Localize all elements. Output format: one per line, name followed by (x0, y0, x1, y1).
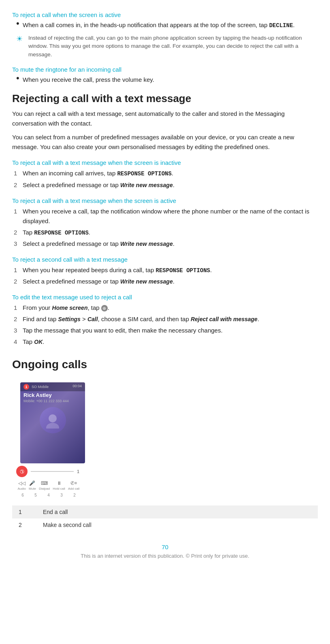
step-num-1d: 1 (14, 303, 23, 313)
legend-table: 1 End a call 2 Make a second call (12, 505, 318, 531)
hold-icon: ⏸ (57, 480, 62, 486)
step3b-text: Select a predefined message or tap Write… (23, 239, 318, 249)
reject-screen-active-section: To reject a call with a text message whe… (12, 197, 318, 249)
addcall-icon: ✆+ (70, 480, 77, 486)
icon-num-6: 6 (21, 493, 24, 497)
step1c-text: When you hear repeated beeps during a ca… (23, 265, 318, 275)
icon-num-4: 4 (47, 493, 50, 497)
step-num-2b: 2 (14, 228, 23, 237)
step2c-text: Select a predefined message or tap Write… (23, 277, 318, 286)
addcall-icon-item[interactable]: ✆+ Add call (68, 480, 79, 490)
reject-active-section: To reject a call when the screen is acti… (12, 11, 318, 59)
step-num-1: 1 (14, 168, 23, 178)
tip-text: Instead of rejecting the call, you can g… (28, 34, 318, 59)
tip-icon: ☀ (16, 34, 25, 59)
rejecting-section: Rejecting a call with a text message You… (12, 92, 318, 152)
mute-ringtone-text: When you receive the call, press the vol… (23, 75, 318, 85)
legend-num-1: 1 (12, 505, 36, 518)
step-num-1b: 1 (14, 207, 23, 226)
volume-slider[interactable] (31, 471, 74, 472)
bullet-dot-2: • (16, 74, 23, 85)
reject-screen-active-heading: To reject a call with a text message whe… (12, 197, 318, 204)
reject-active-pre: When a call comes in, in the heads-up no… (23, 21, 268, 28)
reject-active-heading: To reject a call when the screen is acti… (12, 11, 318, 18)
reject-inactive-step2: 2 Select a predefined message or tap Wri… (14, 180, 318, 190)
edit-text-step2: 2 Find and tap Settings > Call, choose a… (14, 314, 318, 324)
reject-inactive-section: To reject a call with a text message whe… (12, 159, 318, 190)
step-num-2c: 2 (14, 277, 23, 286)
step1-text: When an incoming call arrives, tap RESPO… (23, 168, 318, 178)
call-icons-row: ◁◁ Audio 🎤 Mute ⌨ Dialpad ⏸ Hold call ✆+ (16, 480, 81, 490)
dialpad-label: Dialpad (39, 487, 50, 490)
step-num-2: 2 (14, 180, 23, 190)
step-num-4d: 4 (14, 337, 23, 347)
mute-icon-item[interactable]: 🎤 Mute (29, 480, 36, 490)
audio-icon-item[interactable]: ◁◁ Audio (18, 480, 26, 490)
hold-label: Hold call (53, 487, 65, 490)
icon-numbers-row: 6 5 4 3 2 (16, 492, 81, 497)
reject-active-text: When a call comes in, in the heads-up no… (23, 21, 318, 30)
legend-row-1: 1 End a call (12, 505, 318, 518)
ongoing-calls-section: Ongoing calls 1 SO Mobile Rick Astley Mo… (12, 358, 318, 531)
page-number: 70 (12, 544, 318, 550)
controls-area: ✆ 1 ◁◁ Audio 🎤 Mute ⌨ Dialpad (16, 466, 81, 499)
caller-mobile: Mobile: +00 11 222 333 444 (20, 399, 85, 403)
edit-text-section: To edit the text message used to reject … (12, 294, 318, 347)
edit-text-step1: 1 From your Home screen, tap ⊕. (14, 303, 318, 313)
edit-text-step3: 3 Tap the message that you want to edit,… (14, 326, 318, 335)
reject-inactive-step1: 1 When an incoming call arrives, tap RES… (14, 168, 318, 178)
end-call-row: ✆ 1 (16, 466, 81, 477)
edit-text-heading: To edit the text message used to reject … (12, 294, 318, 301)
call-label: Call (87, 316, 98, 322)
call-badge: 1 (23, 384, 29, 390)
step-num-1c: 1 (14, 265, 23, 275)
step1b-text: When you receive a call, tap the notific… (23, 207, 318, 226)
footer-text: This is an internet version of this publ… (12, 553, 318, 559)
tip-box: ☀ Instead of rejecting the call, you can… (16, 34, 318, 59)
reject-screen-active-step2: 2 Tap RESPONSE OPTIONS. (14, 228, 318, 237)
icon-num-2: 2 (73, 493, 76, 497)
edit-text-step4: 4 Tap OK. (14, 337, 318, 347)
reject-second-section: To reject a second call with a text mess… (12, 256, 318, 286)
dialpad-icon-item[interactable]: ⌨ Dialpad (39, 480, 50, 490)
end-call-button[interactable]: ✆ (16, 466, 28, 477)
response-options-2: RESPONSE OPTIONS (34, 230, 88, 236)
audio-label: Audio (18, 487, 26, 490)
phone-end-icon: ✆ (18, 468, 26, 475)
legend-desc-2: Make a second call (36, 518, 318, 531)
response-options-1: RESPONSE OPTIONS (117, 171, 171, 177)
mute-ringtone-section: To mute the ringtone for an incoming cal… (12, 66, 318, 85)
svg-point-0 (49, 414, 57, 422)
reject-second-step2: 2 Select a predefined message or tap Wri… (14, 277, 318, 286)
rejecting-heading: Rejecting a call with a text message (12, 92, 318, 105)
caller-name: Rick Astley (20, 391, 85, 399)
mute-label: Mute (29, 487, 36, 490)
write-new-2: Write new message (120, 241, 173, 247)
avatar-area (20, 407, 85, 433)
legend-desc-1: End a call (36, 505, 318, 518)
settings-label: Settings (58, 316, 81, 322)
reject-active-bullet: • When a call comes in, in the heads-up … (16, 21, 318, 30)
audio-icon: ◁◁ (18, 480, 26, 486)
legend-num-2: 2 (12, 518, 36, 531)
ongoing-heading: Ongoing calls (12, 358, 318, 371)
legend-row-2: 2 Make a second call (12, 518, 318, 531)
step-num-2d: 2 (14, 314, 23, 324)
write-new-1: Write new message (120, 182, 173, 188)
step2d-text: Find and tap Settings > Call, choose a S… (23, 314, 318, 324)
response-options-3: RESPONSE OPTIONS (156, 267, 210, 274)
rejecting-para1: You can reject a call with a text messag… (12, 109, 318, 128)
ok-label: OK (34, 339, 43, 345)
hold-icon-item[interactable]: ⏸ Hold call (53, 480, 65, 490)
step2-text: Select a predefined message or tap Write… (23, 180, 318, 190)
step4d-text: Tap OK. (23, 337, 318, 347)
svg-point-1 (46, 423, 59, 429)
page-footer: 70 This is an internet version of this p… (12, 544, 318, 559)
reject-inactive-heading: To reject a call with a text message whe… (12, 159, 318, 166)
reject-screen-active-step3: 3 Select a predefined message or tap Wri… (14, 239, 318, 249)
icon-num-3: 3 (60, 493, 63, 497)
reject-screen-active-step1: 1 When you receive a call, tap the notif… (14, 207, 318, 226)
call-timer: 00:04 (72, 384, 82, 388)
bullet-dot-1: • (16, 19, 23, 30)
phone-screenshot: 1 SO Mobile Rick Astley Mobile: +00 11 2… (20, 382, 85, 463)
